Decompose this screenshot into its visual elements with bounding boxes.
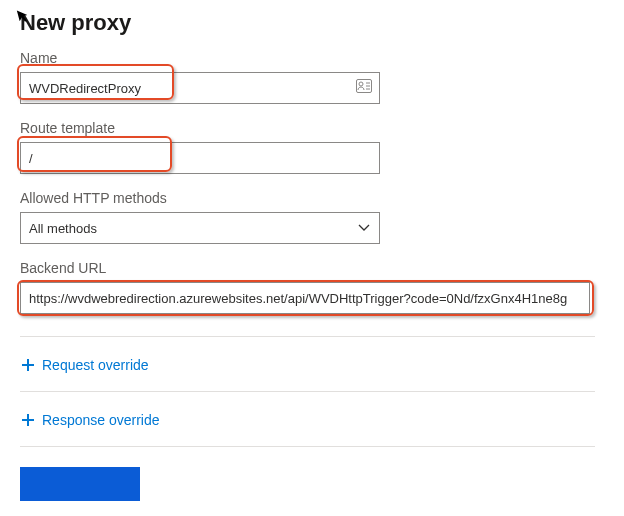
page-title: New proxy — [20, 10, 608, 36]
route-input[interactable] — [20, 142, 380, 174]
plus-icon — [22, 414, 34, 426]
route-label: Route template — [20, 120, 608, 136]
methods-label: Allowed HTTP methods — [20, 190, 608, 206]
methods-field-group: Allowed HTTP methods — [20, 190, 608, 244]
plus-icon — [22, 359, 34, 371]
primary-button[interactable] — [20, 467, 140, 501]
request-override-link[interactable]: Request override — [20, 337, 595, 392]
name-input[interactable] — [20, 72, 380, 104]
backend-input[interactable] — [20, 282, 590, 314]
backend-label: Backend URL — [20, 260, 608, 276]
route-field-group: Route template — [20, 120, 608, 174]
request-override-label: Request override — [42, 357, 149, 373]
methods-select[interactable] — [20, 212, 380, 244]
name-label: Name — [20, 50, 608, 66]
backend-field-group: Backend URL — [20, 260, 608, 314]
name-field-group: Name — [20, 50, 608, 104]
response-override-label: Response override — [42, 412, 160, 428]
response-override-link[interactable]: Response override — [20, 392, 595, 447]
methods-select-wrap — [20, 212, 380, 244]
